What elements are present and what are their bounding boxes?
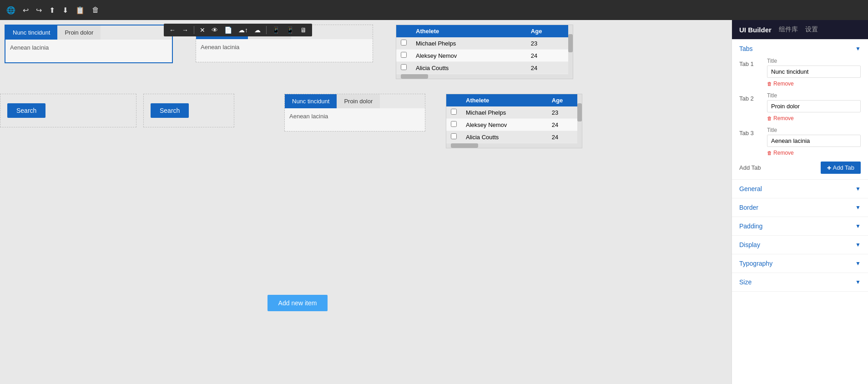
- tabs-header-1: Nunc tincidunt Proin dolor: [5, 25, 172, 40]
- search-button-1[interactable]: Search: [7, 103, 45, 118]
- tablet-icon[interactable]: 📱: [284, 25, 296, 35]
- upload-icon[interactable]: ⬆: [47, 4, 57, 16]
- cloud-up-icon[interactable]: ☁↑: [237, 25, 250, 35]
- padding-title: Padding: [739, 222, 762, 230]
- table-row: Alicia Coutts 24: [446, 131, 582, 143]
- desktop-icon[interactable]: 🖥: [298, 25, 308, 35]
- display-chevron: ▼: [855, 242, 861, 248]
- tab1-label: Tab 1: [739, 58, 760, 67]
- table-widget-2: Athelete Age Michael Phelps 23 Aleksey N: [446, 94, 582, 148]
- add-new-item-button[interactable]: Add new item: [267, 295, 328, 311]
- tab-2-btn[interactable]: Proin dolor: [57, 25, 101, 40]
- tab-content-3: Aenean lacinia: [285, 108, 425, 131]
- horizontal-scrollbar-2[interactable]: [446, 143, 582, 148]
- tabs-widget-3: Nunc tincidunt Proin dolor Aenean lacini…: [284, 94, 425, 131]
- tab2-remove-button[interactable]: Remove: [767, 115, 794, 121]
- tab3-config-row: Tab 3 Title Remove: [739, 127, 861, 156]
- close-icon[interactable]: ✕: [198, 25, 207, 35]
- nav-settings-link[interactable]: 设置: [805, 25, 818, 34]
- cell-name: Alicia Coutts: [411, 62, 526, 74]
- canvas-area[interactable]: ← → ✕ 👁 📄 ☁↑ ☁ 📱 📱 🖥 Nunc tincidunt Proi…: [0, 20, 732, 384]
- tab-3-2-btn[interactable]: Proin dolor: [337, 94, 380, 108]
- padding-header[interactable]: Padding ▼: [732, 217, 868, 235]
- general-chevron: ▼: [855, 186, 861, 192]
- undo-icon[interactable]: ↩: [21, 4, 30, 16]
- size-header[interactable]: Size ▼: [732, 273, 868, 291]
- vertical-scrollbar-1[interactable]: [568, 25, 573, 74]
- tab2-title-input[interactable]: [767, 100, 861, 112]
- row-checkbox[interactable]: [401, 40, 407, 45]
- download-icon[interactable]: ⬇: [61, 4, 70, 16]
- tabs-section-header[interactable]: Tabs ▼: [739, 45, 861, 52]
- delete-icon[interactable]: 🗑: [90, 4, 101, 16]
- tab-content-text-3: Aenean lacinia: [289, 113, 328, 120]
- table-row: Michael Phelps 23: [396, 37, 573, 50]
- th-age-2: Age: [547, 94, 582, 106]
- search-button-2[interactable]: Search: [151, 103, 189, 118]
- doc-icon[interactable]: 📄: [222, 25, 234, 35]
- add-new-row: Add new item: [0, 295, 595, 311]
- border-title: Border: [739, 204, 758, 211]
- typography-section: Typography ▼: [732, 254, 868, 273]
- tab3-remove-button[interactable]: Remove: [767, 150, 794, 156]
- tab1-title-input[interactable]: [767, 66, 861, 78]
- row-checkbox[interactable]: [451, 133, 457, 139]
- size-chevron: ▼: [855, 279, 861, 285]
- th-check-2: [446, 94, 461, 106]
- phone-icon[interactable]: 📱: [270, 25, 282, 35]
- globe-icon[interactable]: 🌐: [5, 4, 17, 16]
- row-checkbox[interactable]: [451, 121, 457, 127]
- tab1-remove-button[interactable]: Remove: [767, 81, 794, 87]
- size-section: Size ▼: [732, 273, 868, 292]
- copy-icon[interactable]: 📋: [74, 4, 86, 16]
- eye-icon[interactable]: 👁: [210, 25, 220, 35]
- tabs-config-section: Tabs ▼ Tab 1 Title Remove Tab 2 Title Re…: [732, 40, 868, 180]
- athlete-table-1: Athelete Age Michael Phelps 23 Aleksey N: [396, 25, 573, 74]
- tabs-section-chevron: ▼: [855, 45, 861, 52]
- table-row: Aleksey Nemov 24: [446, 119, 582, 131]
- cell-age: 24: [547, 131, 582, 143]
- table-row: Aleksey Nemov 24: [396, 50, 573, 62]
- cloud-icon[interactable]: ☁: [252, 25, 262, 35]
- border-header[interactable]: Border ▼: [732, 198, 868, 217]
- add-tab-button[interactable]: Add Tab: [821, 162, 861, 174]
- redo-icon[interactable]: ↪: [34, 4, 44, 16]
- tab3-config-col: Title Remove: [767, 127, 861, 156]
- table-widget-1: Athelete Age Michael Phelps 23 Aleksey N: [396, 25, 573, 79]
- padding-section: Padding ▼: [732, 217, 868, 236]
- border-chevron: ▼: [855, 204, 861, 211]
- row-checkbox[interactable]: [401, 52, 407, 58]
- tab-content-text-2: Aenean lacinia: [201, 44, 239, 51]
- general-title: General: [739, 185, 762, 192]
- cell-age: 23: [526, 37, 573, 50]
- border-section: Border ▼: [732, 198, 868, 217]
- forward-icon[interactable]: →: [180, 25, 190, 35]
- tab3-title-label: Title: [767, 127, 861, 133]
- h-scroll-thumb-1: [401, 74, 428, 79]
- cell-age: 23: [547, 106, 582, 119]
- tab-content-1: Aenean lacinia: [5, 40, 172, 62]
- typography-title: Typography: [739, 260, 772, 267]
- typography-header[interactable]: Typography ▼: [732, 254, 868, 273]
- back-icon[interactable]: ←: [167, 25, 177, 35]
- padding-chevron: ▼: [855, 223, 861, 229]
- tab2-config-row: Tab 2 Title Remove: [739, 92, 861, 121]
- tab-content-text-1: Aenean lacinia: [10, 44, 49, 51]
- vertical-scrollbar-2[interactable]: [577, 94, 582, 143]
- row-checkbox[interactable]: [451, 109, 457, 115]
- row-checkbox[interactable]: [401, 64, 407, 70]
- general-header[interactable]: General ▼: [732, 180, 868, 198]
- ui-builder-title: UI Builder: [739, 26, 772, 34]
- tab3-title-input[interactable]: [767, 135, 861, 147]
- display-title: Display: [739, 241, 760, 248]
- horizontal-scrollbar-1[interactable]: [396, 74, 573, 79]
- tab-1-btn[interactable]: Nunc tincidunt: [5, 25, 57, 40]
- display-header[interactable]: Display ▼: [732, 236, 868, 254]
- nav-components-link[interactable]: 组件库: [779, 25, 798, 34]
- table-row: Alicia Coutts 24: [396, 62, 573, 74]
- cell-name: Aleksey Nemov: [411, 50, 526, 62]
- display-section: Display ▼: [732, 236, 868, 254]
- tab-3-1-btn[interactable]: Nunc tincidunt: [285, 94, 337, 108]
- th-athlete-1: Athelete: [411, 25, 526, 37]
- tab1-config-col: Title Remove: [767, 58, 861, 87]
